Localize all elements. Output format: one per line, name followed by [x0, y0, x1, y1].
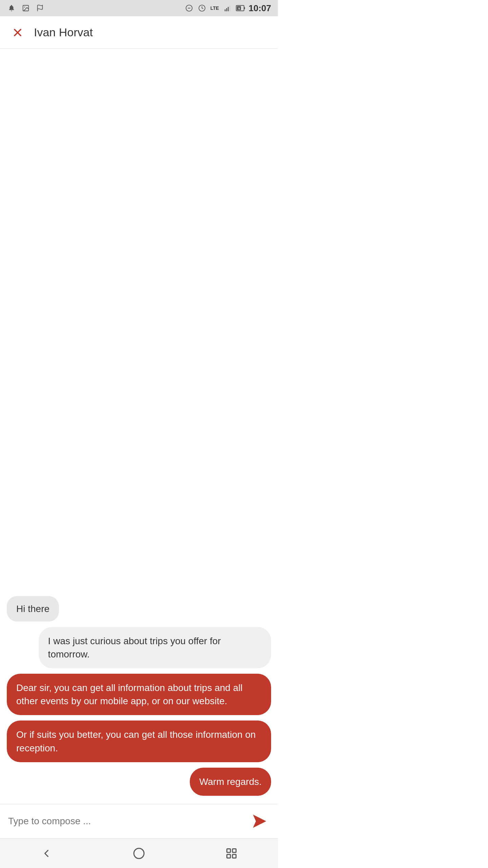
- header-title: Ivan Horvat: [34, 26, 93, 39]
- svg-point-19: [134, 848, 144, 859]
- svg-rect-22: [227, 854, 231, 858]
- minus-circle-icon: [184, 3, 194, 13]
- bottom-nav: [0, 838, 278, 868]
- status-bar-right: LTE 10:07: [184, 3, 271, 14]
- status-bar: LTE 10:07: [0, 0, 278, 16]
- send-button[interactable]: [248, 810, 271, 833]
- message-bubble-4: Or if suits you better, you can get all …: [7, 721, 271, 762]
- chat-spacer: [7, 57, 271, 591]
- compose-input[interactable]: [7, 812, 244, 830]
- image-icon: [21, 3, 30, 13]
- chat-area: Hi there I was just curious about trips …: [0, 49, 278, 804]
- recent-nav-button[interactable]: [223, 845, 240, 862]
- notification-icon: [7, 3, 16, 13]
- close-button[interactable]: [8, 23, 27, 42]
- svg-rect-20: [227, 849, 231, 852]
- message-bubble-2: I was just curious about trips you offer…: [39, 627, 271, 668]
- message-bubble-1: Hi there: [7, 596, 59, 622]
- clock-icon: [197, 3, 207, 13]
- status-bar-left: [7, 3, 45, 13]
- battery-icon: [236, 3, 245, 13]
- svg-point-1: [24, 6, 25, 7]
- svg-rect-8: [228, 7, 229, 11]
- svg-rect-23: [232, 854, 236, 858]
- compose-area: [0, 804, 278, 838]
- signal-icon: [223, 3, 232, 13]
- flag-icon: [35, 3, 45, 13]
- header-bar: Ivan Horvat: [0, 16, 278, 49]
- message-bubble-3: Dear sir, you can get all information ab…: [7, 674, 271, 715]
- time-display: 10:07: [249, 3, 271, 14]
- svg-rect-9: [229, 6, 230, 11]
- svg-marker-18: [253, 815, 266, 828]
- svg-rect-21: [232, 849, 236, 852]
- svg-rect-11: [244, 7, 245, 9]
- svg-rect-6: [224, 9, 225, 11]
- lte-icon: LTE: [210, 3, 220, 13]
- home-nav-button[interactable]: [131, 845, 147, 862]
- chat-wrapper: Hi there I was just curious about trips …: [0, 49, 278, 838]
- page-wrapper: LTE 10:07: [0, 0, 278, 868]
- back-nav-button[interactable]: [38, 845, 55, 862]
- svg-rect-7: [226, 8, 227, 11]
- message-bubble-5: Warm regards.: [190, 768, 271, 796]
